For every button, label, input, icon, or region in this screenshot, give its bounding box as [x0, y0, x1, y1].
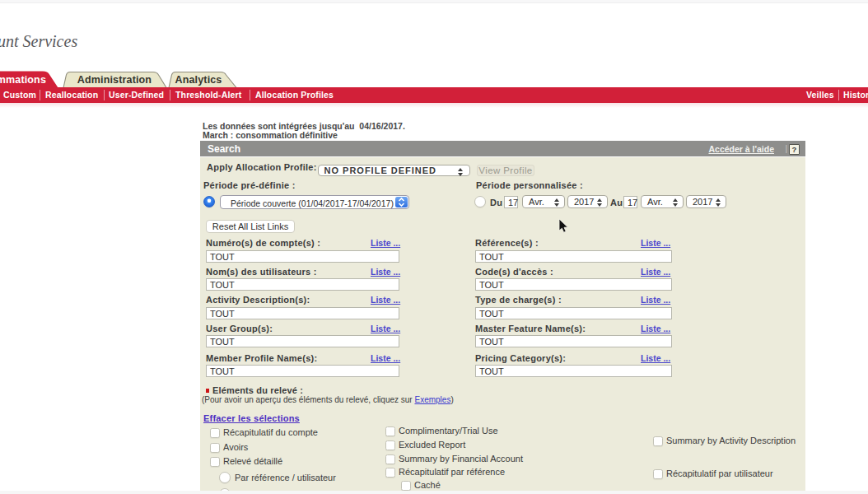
svg-text:Analytics: Analytics — [175, 74, 222, 86]
svg-text:Administration: Administration — [77, 74, 152, 86]
svg-text:ommations: ommations — [0, 74, 46, 86]
